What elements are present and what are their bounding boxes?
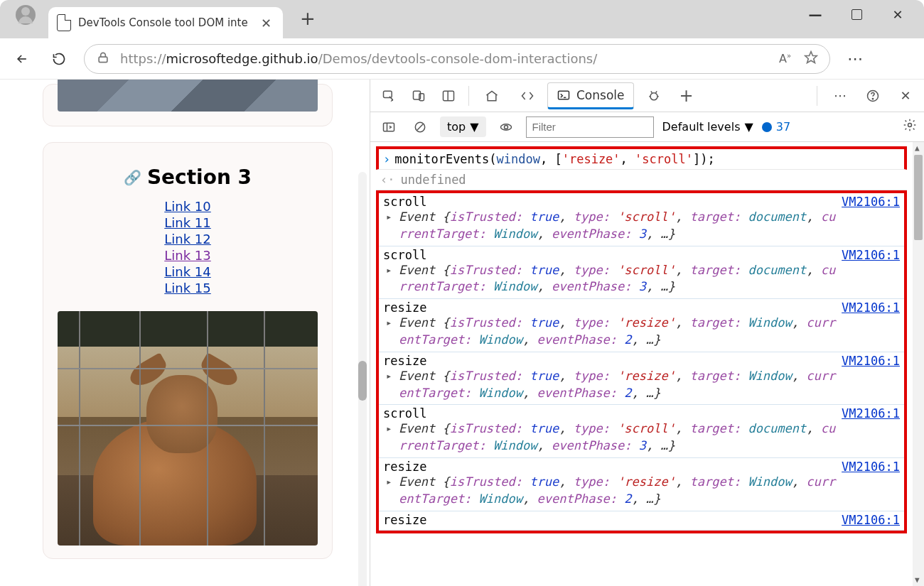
source-link[interactable]: VM2106:1 <box>842 248 900 262</box>
prompt-icon: › <box>383 152 390 166</box>
devtools-panel: Console + ⋯ ✕ <box>370 80 924 586</box>
svg-point-9 <box>650 92 657 99</box>
filter-input[interactable] <box>526 116 654 138</box>
address-bar[interactable]: https://microsoftedge.github.io/Demos/de… <box>84 44 830 74</box>
devtools-more-icon[interactable]: ⋯ <box>827 83 853 109</box>
dock-side-icon[interactable] <box>436 83 461 109</box>
content-link[interactable]: Link 10 <box>53 199 322 214</box>
content-link[interactable]: Link 11 <box>53 215 322 230</box>
content-link[interactable]: Link 12 <box>53 232 322 246</box>
console-tab[interactable]: Console <box>547 82 634 109</box>
help-icon[interactable] <box>860 83 886 109</box>
issues-tab[interactable] <box>638 82 670 109</box>
live-expression-icon[interactable] <box>495 116 517 139</box>
new-tab-button[interactable]: + <box>300 8 316 31</box>
scroll-up-icon[interactable]: ▲ <box>915 143 920 153</box>
log-levels-dropdown[interactable]: Default levels ▼ <box>662 120 753 134</box>
command-text: monitorEvents(window, ['resize', 'scroll… <box>394 152 714 166</box>
issues-counter[interactable]: 37 <box>762 120 790 134</box>
svg-rect-14 <box>384 123 394 131</box>
window-controls <box>795 0 918 28</box>
log-entry[interactable]: scrollVM2106:1Event {isTrusted: true, ty… <box>379 193 904 246</box>
tab-title: DevTools Console tool DOM inte <box>78 16 251 29</box>
page-content: 🔗 Section 3 Link 10 Link 11 Link 12 Link… <box>0 80 370 586</box>
section-image <box>58 80 318 112</box>
console-scrollbar-thumb[interactable] <box>914 155 923 240</box>
sidebar-toggle-icon[interactable] <box>377 116 400 139</box>
svg-line-17 <box>417 124 423 129</box>
close-window-button[interactable] <box>877 0 918 28</box>
browser-menu-button[interactable]: ⋯ <box>847 50 864 67</box>
back-button[interactable] <box>10 47 34 71</box>
more-tabs-button[interactable]: + <box>674 86 699 106</box>
reload-button[interactable] <box>47 47 71 71</box>
elements-tab[interactable] <box>512 82 543 109</box>
source-link[interactable]: VM2106:1 <box>842 354 900 368</box>
svg-point-13 <box>872 98 873 99</box>
issue-dot-icon <box>762 122 772 132</box>
log-entry[interactable]: resizeVM2106:1Event {isTrusted: true, ty… <box>379 458 904 511</box>
toolbar: https://microsoftedge.github.io/Demos/de… <box>0 38 924 80</box>
console-scrollbar-track[interactable]: ▲ ▼ <box>913 142 924 586</box>
content-link[interactable]: Link 15 <box>53 281 322 295</box>
lock-icon <box>96 50 110 67</box>
console-settings-icon[interactable] <box>903 118 917 136</box>
profile-icon[interactable] <box>16 5 36 25</box>
read-aloud-icon[interactable]: A» <box>779 52 791 65</box>
return-line: ‹· undefined <box>376 170 907 190</box>
log-entry[interactable]: resizeVM2106:1Event {isTrusted: true, ty… <box>379 299 904 352</box>
log-group: scrollVM2106:1Event {isTrusted: true, ty… <box>376 190 907 533</box>
page-icon <box>57 14 71 31</box>
titlebar: DevTools Console tool DOM inte ✕ + <box>0 0 924 38</box>
clear-console-icon[interactable] <box>409 116 431 139</box>
source-link[interactable]: VM2106:1 <box>842 300 900 315</box>
section-card: 🔗 Section 3 Link 10 Link 11 Link 12 Link… <box>43 142 333 559</box>
chevron-down-icon: ▼ <box>470 120 478 134</box>
deer-image <box>58 311 318 546</box>
maximize-button[interactable] <box>836 0 877 28</box>
log-entry[interactable]: scrollVM2106:1Event {isTrusted: true, ty… <box>379 246 904 300</box>
source-link[interactable]: VM2106:1 <box>842 195 900 209</box>
svg-point-18 <box>504 125 507 129</box>
minimize-button[interactable] <box>795 0 836 28</box>
inspect-element-icon[interactable] <box>376 83 402 109</box>
url: https://microsoftedge.github.io/Demos/de… <box>120 51 597 66</box>
tab-close-icon[interactable]: ✕ <box>258 16 274 31</box>
console-toolbar: top ▼ Default levels ▼ 37 <box>370 112 924 142</box>
svg-rect-0 <box>99 57 107 63</box>
link-icon: 🔗 <box>124 169 141 186</box>
page-scrollbar-thumb[interactable] <box>358 361 367 401</box>
svg-marker-1 <box>805 51 817 63</box>
svg-rect-5 <box>444 91 454 100</box>
device-emulation-icon[interactable] <box>406 83 431 109</box>
browser-tab[interactable]: DevTools Console tool DOM inte ✕ <box>48 7 283 38</box>
source-link[interactable]: VM2106:1 <box>842 406 900 420</box>
devtools-tabbar: Console + ⋯ ✕ <box>370 80 924 112</box>
scroll-down-icon[interactable]: ▼ <box>915 575 920 585</box>
chevron-down-icon: ▼ <box>744 120 753 134</box>
favorite-icon[interactable] <box>804 50 818 67</box>
source-link[interactable]: VM2106:1 <box>842 460 900 474</box>
context-selector[interactable]: top ▼ <box>440 116 486 137</box>
svg-point-19 <box>908 124 912 127</box>
console-output: › monitorEvents(window, ['resize', 'scro… <box>370 142 924 586</box>
welcome-tab[interactable] <box>476 82 507 109</box>
section-heading: 🔗 Section 3 <box>53 166 322 189</box>
log-entry[interactable]: resizeVM2106:1 <box>379 511 904 531</box>
source-link[interactable]: VM2106:1 <box>842 513 900 527</box>
content-link[interactable]: Link 14 <box>53 264 322 279</box>
log-entry[interactable]: resizeVM2106:1Event {isTrusted: true, ty… <box>379 352 904 406</box>
svg-rect-2 <box>384 91 392 97</box>
console-input-line[interactable]: › monitorEvents(window, ['resize', 'scro… <box>376 146 907 170</box>
log-entry[interactable]: scrollVM2106:1Event {isTrusted: true, ty… <box>379 405 904 458</box>
devtools-close-icon[interactable]: ✕ <box>893 83 918 109</box>
content-link[interactable]: Link 13 <box>53 248 322 263</box>
return-arrow-icon: ‹· <box>380 173 394 187</box>
